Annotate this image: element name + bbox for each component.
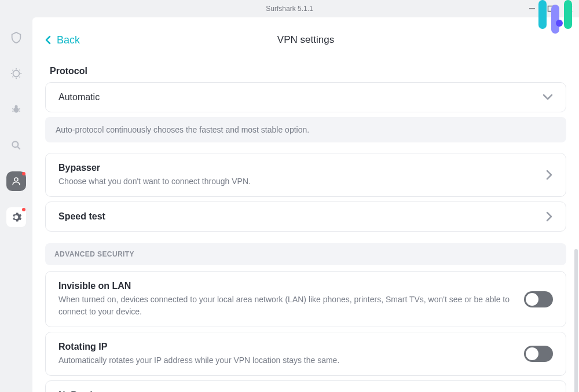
- sidebar-item-antivirus[interactable]: [6, 100, 26, 119]
- gear-icon: [10, 211, 22, 223]
- rotating-ip-toggle[interactable]: [524, 346, 553, 362]
- bypasser-title: Bypasser: [58, 163, 546, 173]
- settings-scroll-area[interactable]: Protocol Automatic Auto-protocol continu…: [32, 63, 579, 392]
- protocol-selected-value: Automatic: [58, 92, 543, 102]
- invisible-lan-toggle[interactable]: [524, 291, 553, 307]
- titlebar: Surfshark 5.1.1: [0, 0, 579, 17]
- svg-rect-4: [538, 0, 547, 29]
- invisible-lan-sub: When turned on, devices connected to you…: [58, 294, 524, 317]
- svg-line-16: [20, 77, 20, 78]
- noborders-row: NoBorders This feature supports internet…: [45, 380, 566, 392]
- invisible-lan-row: Invisible on LAN When turned on, devices…: [45, 271, 566, 327]
- svg-point-6: [556, 20, 563, 27]
- svg-line-13: [13, 70, 13, 71]
- svg-rect-5: [551, 5, 559, 34]
- user-icon: [11, 176, 21, 186]
- back-label: Back: [57, 34, 80, 46]
- svg-line-24: [18, 147, 20, 149]
- alert-icon: [10, 67, 23, 80]
- speed-test-row[interactable]: Speed test: [45, 202, 566, 232]
- notification-dot: [22, 172, 25, 175]
- sidebar-item-alert[interactable]: [6, 64, 26, 83]
- brand-badge: [534, 0, 579, 35]
- rotating-ip-title: Rotating IP: [58, 342, 524, 352]
- chevron-down-icon: [543, 94, 553, 101]
- protocol-section-label: Protocol: [50, 66, 566, 76]
- speed-test-title: Speed test: [58, 211, 546, 222]
- advanced-security-header: ADVANCED SECURITY: [45, 243, 566, 265]
- svg-line-21: [12, 111, 14, 112]
- scrollbar[interactable]: [574, 249, 578, 392]
- svg-rect-7: [564, 0, 572, 29]
- rotating-ip-sub: Automatically rotates your IP address wh…: [58, 354, 524, 366]
- svg-point-8: [13, 71, 20, 77]
- sidebar-item-settings[interactable]: [6, 207, 26, 227]
- protocol-select[interactable]: Automatic: [45, 82, 566, 112]
- notification-dot: [22, 208, 25, 211]
- svg-point-25: [14, 178, 18, 181]
- sidebar-item-vpn[interactable]: [6, 28, 26, 47]
- chevron-left-icon: [45, 35, 51, 45]
- sidebar-item-account[interactable]: [6, 171, 26, 191]
- bypasser-sub: Choose what you don't want to connect th…: [58, 175, 546, 187]
- bug-icon: [10, 104, 22, 115]
- content-panel: Back VPN settings Protocol Automatic Aut…: [32, 17, 579, 392]
- page-header: Back VPN settings: [32, 17, 579, 63]
- chevron-right-icon: [546, 211, 553, 222]
- shield-icon: [10, 31, 23, 44]
- bypasser-row[interactable]: Bypasser Choose what you don't want to c…: [45, 153, 566, 197]
- svg-point-23: [12, 141, 18, 147]
- invisible-lan-title: Invisible on LAN: [58, 281, 524, 291]
- svg-line-20: [19, 108, 20, 109]
- svg-line-22: [19, 111, 20, 112]
- svg-line-19: [12, 108, 14, 109]
- sidebar-item-search[interactable]: [6, 135, 26, 155]
- search-icon: [10, 140, 22, 151]
- svg-line-15: [13, 77, 13, 78]
- chevron-right-icon: [546, 170, 553, 180]
- page-title: VPN settings: [277, 34, 334, 46]
- sidebar: [0, 17, 32, 392]
- rotating-ip-row: Rotating IP Automatically rotates your I…: [45, 332, 566, 376]
- svg-line-14: [20, 70, 20, 71]
- back-button[interactable]: Back: [45, 34, 80, 46]
- window-title: Surfshark 5.1.1: [266, 5, 313, 13]
- protocol-hint: Auto-protocol continuously chooses the f…: [45, 117, 566, 142]
- svg-point-18: [15, 105, 18, 108]
